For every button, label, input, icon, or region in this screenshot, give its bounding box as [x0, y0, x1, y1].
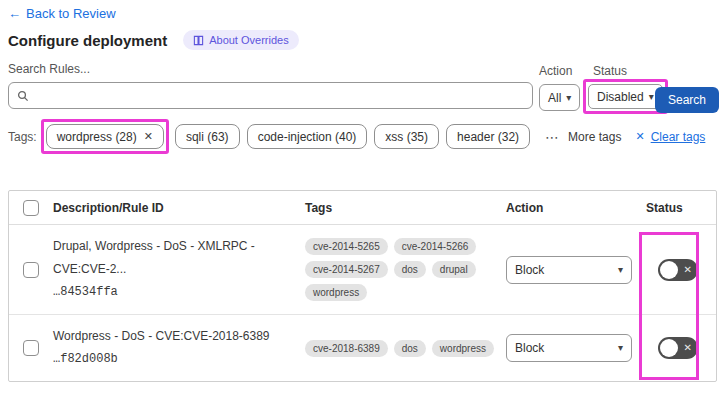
filter-row: Search Rules... Action All ▾ Status Disa… — [8, 62, 717, 114]
chevron-down-icon: ▾ — [566, 93, 571, 103]
table-header-row: Description/Rule ID Tags Action Status — [9, 191, 716, 225]
action-dropdown-value: All — [548, 91, 561, 105]
row-status-toggle[interactable]: ✕ — [658, 337, 698, 359]
back-arrow-icon: ← — [8, 6, 21, 21]
rule-tag: cve-2014-5265 — [305, 238, 388, 255]
tag-chip-label: sqli (63) — [186, 130, 229, 144]
tag-chip-label: header (32) — [457, 130, 519, 144]
search-group: Search Rules... — [8, 62, 533, 109]
search-box — [8, 82, 533, 109]
tag-chip-xss[interactable]: xss (35) — [374, 124, 439, 149]
remove-tag-icon[interactable]: ✕ — [144, 130, 153, 143]
toggle-knob — [660, 261, 678, 279]
col-header-description: Description/Rule ID — [53, 201, 305, 215]
search-rules-label: Search Rules... — [8, 62, 533, 76]
tags-bar-label: Tags: — [8, 130, 37, 144]
rules-table: Description/Rule ID Tags Action Status D… — [8, 190, 717, 382]
clear-x-icon: ✕ — [635, 130, 644, 143]
search-rules-input[interactable] — [35, 89, 524, 103]
status-dropdown[interactable]: Disabled ▾ — [588, 84, 663, 109]
more-tags-label: More tags — [568, 130, 621, 144]
rule-description: Drupal, Wordpress - DoS - XMLRPC - CVE:C… — [53, 235, 293, 281]
rule-tag: wordpress — [432, 340, 494, 357]
chevron-down-icon: ▾ — [618, 343, 623, 353]
toggle-knob — [660, 339, 678, 357]
row-action-value: Block — [515, 263, 544, 277]
selected-tag-highlight: wordpress (28) ✕ — [41, 119, 169, 154]
action-filter-group: Action All ▾ — [539, 64, 580, 111]
rule-tag: drupal — [432, 261, 476, 278]
tag-chip-header[interactable]: header (32) — [446, 124, 530, 149]
heading-row: Configure deployment About Overrides — [8, 30, 299, 50]
toggle-off-icon: ✕ — [684, 343, 692, 353]
rule-tags: cve-2014-5265 cve-2014-5266 cve-2014-526… — [305, 238, 500, 301]
ellipsis-icon: ⋯ — [545, 129, 560, 145]
col-header-status: Status — [646, 201, 716, 215]
chevron-down-icon: ▾ — [649, 92, 654, 102]
rule-tag: cve-2014-5267 — [305, 261, 388, 278]
tag-chip-code-injection[interactable]: code-injection (40) — [247, 124, 368, 149]
row-checkbox[interactable] — [23, 262, 39, 278]
about-overrides-badge[interactable]: About Overrides — [183, 30, 298, 50]
row-action-dropdown[interactable]: Block ▾ — [506, 334, 632, 362]
back-to-review-link[interactable]: ← Back to Review — [8, 6, 116, 21]
clear-tags-link[interactable]: ✕ Clear tags — [635, 130, 705, 144]
status-label: Status — [593, 64, 668, 78]
rule-id: …84534ffa — [53, 281, 293, 304]
rule-tag: dos — [394, 261, 426, 278]
rule-tag: cve-2014-5266 — [394, 238, 477, 255]
action-label: Action — [539, 64, 580, 78]
status-dropdown-value: Disabled — [597, 90, 644, 104]
tag-chip-label: xss (35) — [385, 130, 428, 144]
col-header-action: Action — [506, 201, 646, 215]
tag-chip-sqli[interactable]: sqli (63) — [175, 124, 240, 149]
tag-chip-wordpress[interactable]: wordpress (28) ✕ — [46, 124, 164, 149]
row-action-value: Block — [515, 341, 544, 355]
action-dropdown[interactable]: All ▾ — [539, 84, 580, 111]
row-status-toggle[interactable]: ✕ — [658, 259, 698, 281]
back-link-label: Back to Review — [26, 6, 116, 21]
tag-chip-label: wordpress (28) — [57, 130, 137, 144]
rule-tag: wordpress — [305, 284, 367, 301]
table-row: Wordpress - DoS - CVE:CVE-2018-6389 …f82… — [9, 315, 716, 381]
col-header-tags: Tags — [305, 201, 506, 215]
select-all-checkbox[interactable] — [23, 200, 39, 216]
book-icon — [193, 35, 204, 46]
table-row: Drupal, Wordpress - DoS - XMLRPC - CVE:C… — [9, 225, 716, 315]
rule-tag: cve-2018-6389 — [305, 340, 388, 357]
rule-description: Wordpress - DoS - CVE:CVE-2018-6389 — [53, 325, 293, 348]
row-checkbox[interactable] — [23, 340, 39, 356]
tags-bar: Tags: wordpress (28) ✕ sqli (63) code-in… — [8, 119, 717, 154]
toggle-off-icon: ✕ — [684, 265, 692, 275]
about-overrides-label: About Overrides — [209, 34, 288, 46]
rule-tags: cve-2018-6389 dos wordpress — [305, 340, 500, 357]
chevron-down-icon: ▾ — [618, 265, 623, 275]
page-title: Configure deployment — [8, 32, 167, 49]
clear-tags-label: Clear tags — [651, 130, 706, 144]
tag-chip-label: code-injection (40) — [258, 130, 357, 144]
more-tags-button[interactable]: ⋯ More tags — [545, 129, 621, 145]
search-button[interactable]: Search — [655, 87, 719, 113]
row-action-dropdown[interactable]: Block ▾ — [506, 256, 632, 284]
rule-id: …f82d008b — [53, 348, 293, 371]
search-icon — [17, 90, 29, 102]
rule-tag: dos — [394, 340, 426, 357]
